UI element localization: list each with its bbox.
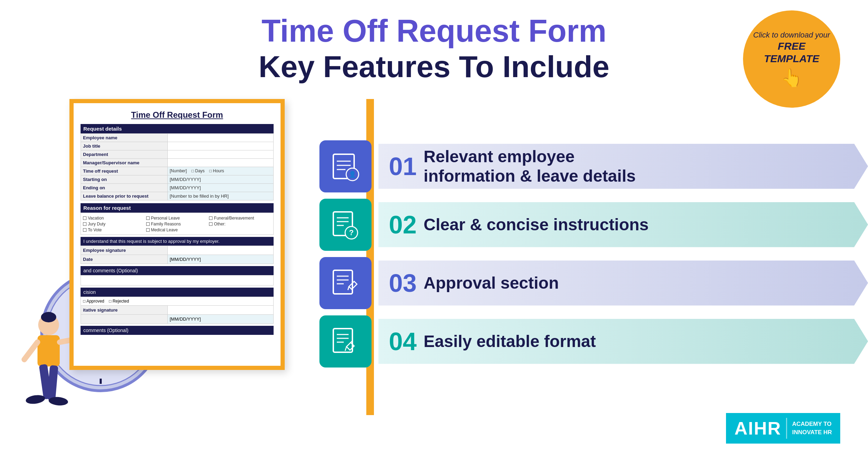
table-row: Employee signature [81,246,274,255]
form-title: Time Off Request Form [81,110,274,120]
hand-icon: 👆 [781,68,802,88]
feature-number-03: 03 [389,271,417,296]
feature-label-04: Easily editable format [424,332,596,351]
reason-family: Family Reasons [146,222,208,226]
sig-table: Employee signature Date [MM/DD/YYYY] [81,246,274,264]
reasons-box: Vacation Personal Leave Funeral/Bereavem… [81,213,274,235]
feature-row-03: 03 Approval section [319,257,868,309]
title-line1: Time Off Request Form [0,14,868,48]
aihr-subtitle: ACADEMY TO INNOVATE HR [792,420,832,437]
svg-rect-12 [37,335,60,366]
table-row: Employee name [81,133,274,142]
feature-number-01: 01 [389,154,417,179]
svg-line-35 [348,287,349,290]
feature-icon-04 [319,315,372,368]
reasons-grid: Vacation Personal Leave Funeral/Bereavem… [83,216,271,232]
decision-table: □ Approved □ Rejected itative signature … [81,297,274,324]
feature-card-03: 03 Approval section [378,261,868,306]
aihr-logo: AIHR ACADEMY TO INNOVATE HR [726,413,840,444]
table-row: □ Approved □ Rejected [81,297,274,305]
main-content: Time Off Request Form Request details Em… [0,92,868,422]
table-row: Starting on [MM/DD/YYYY] [81,175,274,183]
svg-rect-31 [333,270,352,294]
feature-icon-01: 👤 [319,140,372,192]
table-row: itative signature [81,305,274,314]
reason-jury: Jury Duty [83,222,145,226]
feature-card-04: 04 Easily editable format [378,319,868,364]
approval-note: I understand that this request is subjec… [81,237,274,246]
download-cta-line1: Click to download your [753,30,830,40]
reason-funeral: Funeral/Bereavement [209,216,271,221]
download-cta-button[interactable]: Click to download your FREE TEMPLATE 👆 [743,10,840,108]
svg-line-40 [345,347,347,351]
table-row: Leave balance prior to request [Number t… [81,192,274,200]
table-row: [MM/DD/YYYY] [81,314,274,323]
aihr-divider [786,418,787,439]
feature-label-03: Approval section [424,273,559,292]
comments-optional-header: comments (Optional) [81,326,274,335]
title-line2: Key Features To Include [0,48,868,85]
feature-row-02: ? 02 Clear & concise instructions [319,199,868,251]
svg-text:👤: 👤 [349,171,357,178]
notes-optional-field [81,275,274,286]
feature-number-02: 02 [389,212,417,237]
feature-row-01: 👤 01 Relevant employeeinformation & leav… [319,140,868,192]
left-side: Time Off Request Form Request details Em… [0,92,312,422]
form-section-reason: Reason for request [81,203,274,213]
feature-label-01: Relevant employeeinformation & leave det… [424,147,636,185]
reason-personal: Personal Leave [146,216,208,221]
form-document: Time Off Request Form Request details Em… [69,99,285,370]
svg-text:?: ? [349,228,353,237]
features-section: 👤 01 Relevant employeeinformation & leav… [312,92,868,422]
svg-point-11 [41,312,56,322]
download-cta-line2: FREE TEMPLATE [750,40,833,65]
aihr-brand: AIHR [734,418,781,439]
svg-point-17 [25,394,46,405]
reason-other: Other: [209,222,271,226]
svg-line-13 [24,342,37,360]
svg-rect-16 [47,365,58,401]
feature-card-01: 01 Relevant employeeinformation & leave … [378,144,868,189]
reason-vote: To Vote [83,228,145,232]
feature-icon-03 [319,257,372,309]
table-row: Department [81,150,274,158]
table-row: Job title [81,142,274,150]
decision-header: cision [81,288,274,297]
table-row: Manager/Supervisor name [81,158,274,167]
svg-rect-36 [333,329,352,352]
header: Time Off Request Form Key Features To In… [0,0,868,85]
feature-number-04: 04 [389,329,417,354]
form-section-request: Request details [81,124,274,133]
form-fields-table: Employee name Job title Department Manag… [81,133,274,200]
table-row: Date [MM/DD/YYYY] [81,255,274,264]
reason-vacation: Vacation [83,216,145,221]
feature-row-04: 04 Easily editable format [319,315,868,368]
feature-icon-02: ? [319,199,372,251]
table-row: Ending on [MM/DD/YYYY] [81,183,274,192]
feature-label-02: Clear & concise instructions [424,215,649,234]
feature-card-02: 02 Clear & concise instructions [378,202,868,247]
table-row: Time off request [Number] □ Days □ Hours [81,167,274,175]
notes-optional-header: and comments (Optional) [81,266,274,275]
reason-medical: Medical Leave [146,228,208,232]
